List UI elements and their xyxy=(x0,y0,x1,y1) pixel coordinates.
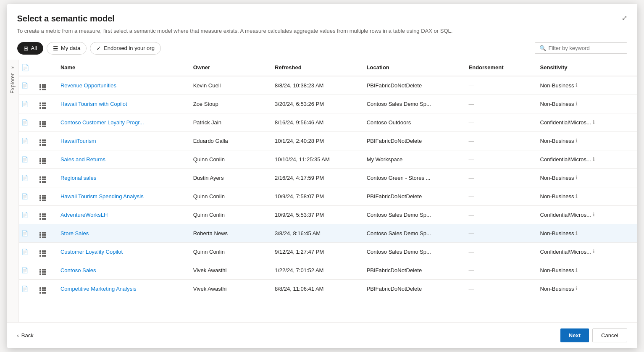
row-file-col: 📄 xyxy=(19,168,37,187)
row-name[interactable]: AdventureWorksLH xyxy=(55,205,188,224)
row-name[interactable]: Hawaii Tourism with Copilot xyxy=(55,95,188,113)
row-name[interactable]: Store Sales xyxy=(55,224,188,242)
row-file-col: 📄 xyxy=(19,95,37,113)
col-header-name[interactable]: Name xyxy=(55,60,188,76)
sensitivity-label: Confidential\Micros... xyxy=(540,212,591,218)
col-header-owner[interactable]: Owner xyxy=(188,60,270,76)
row-grid-col xyxy=(37,205,55,224)
info-icon[interactable]: ℹ xyxy=(593,212,595,218)
row-name[interactable]: Regional sales xyxy=(55,168,188,187)
back-button[interactable]: ‹ Back xyxy=(17,332,34,339)
table-row[interactable]: 📄 Competitive Marketing AnalysisVivek Aw… xyxy=(19,279,637,298)
row-sensitivity: Confidential\Micros... ℹ xyxy=(535,242,637,261)
row-location: PBIFabricDoNotDelete xyxy=(362,279,464,298)
info-icon[interactable]: ℹ xyxy=(576,138,578,144)
info-icon[interactable]: ℹ xyxy=(576,101,578,107)
col-header-file: 📄 xyxy=(19,60,37,76)
file-header-icon: 📄 xyxy=(21,64,29,71)
row-name[interactable]: Hawaii Tourism Spending Analysis xyxy=(55,187,188,205)
row-refreshed: 10/1/24, 2:40:28 PM xyxy=(270,131,362,150)
row-refreshed: 2/16/24, 4:17:59 PM xyxy=(270,168,362,187)
row-endorsement: — xyxy=(464,76,535,95)
row-grid-icon xyxy=(39,139,46,146)
row-file-icon: 📄 xyxy=(21,193,28,200)
row-name[interactable]: Contoso Sales xyxy=(55,261,188,279)
col-header-icon xyxy=(37,60,55,76)
row-refreshed: 1/22/24, 7:01:52 AM xyxy=(270,261,362,279)
select-semantic-model-dialog: Select a semantic model ⤢ To create a me… xyxy=(7,4,637,348)
info-icon[interactable]: ℹ xyxy=(576,193,578,199)
filter-endorsed-label: Endorsed in your org xyxy=(104,45,155,51)
row-file-col: 📄 xyxy=(19,113,37,131)
sidebar-label[interactable]: Explorer xyxy=(10,73,16,94)
row-name[interactable]: Competitive Marketing Analysis xyxy=(55,279,188,298)
row-sensitivity: Confidential\Micros... ℹ xyxy=(535,205,637,224)
table-row[interactable]: 📄 AdventureWorksLHQuinn Conlin10/9/24, 5… xyxy=(19,205,637,224)
filter-mydata-button[interactable]: ☰ My data xyxy=(47,42,87,55)
table-row[interactable]: 📄 Customer Loyality CopilotQuinn Conlin9… xyxy=(19,242,637,261)
row-file-icon: 📄 xyxy=(21,101,28,107)
col-header-location[interactable]: Location xyxy=(362,60,464,76)
footer-right: Next Cancel xyxy=(560,328,627,342)
table-row[interactable]: 📄 Hawaii Tourism Spending AnalysisQuinn … xyxy=(19,187,637,205)
filter-all-button[interactable]: ⊞ All xyxy=(17,42,43,55)
row-grid-col xyxy=(37,261,55,279)
row-grid-col xyxy=(37,279,55,298)
table-row[interactable]: 📄 Store SalesRoberta News3/8/24, 8:16:45… xyxy=(19,224,637,242)
row-grid-col xyxy=(37,113,55,131)
info-icon[interactable]: ℹ xyxy=(593,156,595,162)
info-icon[interactable]: ℹ xyxy=(576,286,578,292)
row-location: PBIFabricDoNotDelete xyxy=(362,76,464,95)
row-grid-icon xyxy=(39,176,46,183)
sidebar-chevron[interactable]: » xyxy=(11,65,14,70)
row-grid-col xyxy=(37,95,55,113)
row-grid-icon xyxy=(39,84,46,90)
row-name[interactable]: Sales and Returns xyxy=(55,150,188,168)
sensitivity-label: Confidential\Micros... xyxy=(540,249,591,255)
row-sensitivity: Non-Business ℹ xyxy=(535,187,637,205)
row-sensitivity: Confidential\Micros... ℹ xyxy=(535,113,637,131)
sensitivity-label: Non-Business xyxy=(540,230,574,236)
next-button[interactable]: Next xyxy=(560,328,589,342)
cancel-button[interactable]: Cancel xyxy=(592,328,627,342)
table-row[interactable]: 📄 Revenue OpportunitiesKevin Cuell8/8/24… xyxy=(19,76,637,95)
dialog-title: Select a semantic model xyxy=(17,14,115,24)
table-body: 📄 Revenue OpportunitiesKevin Cuell8/8/24… xyxy=(19,76,637,298)
info-icon[interactable]: ℹ xyxy=(576,82,578,88)
info-icon[interactable]: ℹ xyxy=(593,119,595,125)
table-row[interactable]: 📄 Sales and ReturnsQuinn Conlin10/10/24,… xyxy=(19,150,637,168)
col-header-endorsement[interactable]: Endorsement xyxy=(464,60,535,76)
row-owner: Quinn Conlin xyxy=(188,205,270,224)
table-row[interactable]: 📄 Contoso Customer Loyalty Progr...Patri… xyxy=(19,113,637,131)
table-row[interactable]: 📄 Hawaii Tourism with CopilotZoe Stoup3/… xyxy=(19,95,637,113)
expand-icon[interactable]: ⤢ xyxy=(622,14,627,22)
col-header-refreshed[interactable]: Refreshed xyxy=(270,60,362,76)
filter-endorsed-button[interactable]: ✓ Endorsed in your org xyxy=(90,42,161,55)
row-file-icon: 📄 xyxy=(21,249,28,255)
row-grid-col xyxy=(37,187,55,205)
row-name[interactable]: Revenue Opportunities xyxy=(55,76,188,95)
row-grid-icon xyxy=(39,195,46,201)
row-sensitivity: Non-Business ℹ xyxy=(535,95,637,113)
row-location: Contoso Sales Demo Sp... xyxy=(362,95,464,113)
row-location: PBIFabricDoNotDelete xyxy=(362,131,464,150)
table-row[interactable]: 📄 Contoso SalesVivek Awasthi1/22/24, 7:0… xyxy=(19,261,637,279)
info-icon[interactable]: ℹ xyxy=(576,175,578,181)
search-input[interactable] xyxy=(549,45,623,51)
table-row[interactable]: 📄 HawaiiTourismEduardo Galla10/1/24, 2:4… xyxy=(19,131,637,150)
row-name[interactable]: Contoso Customer Loyalty Progr... xyxy=(55,113,188,131)
row-endorsement: — xyxy=(464,150,535,168)
info-icon[interactable]: ℹ xyxy=(576,230,578,236)
col-header-sensitivity[interactable]: Sensitivity xyxy=(535,60,637,76)
table-row[interactable]: 📄 Regional salesDustin Ayers2/16/24, 4:1… xyxy=(19,168,637,187)
mydata-icon: ☰ xyxy=(53,45,58,52)
row-sensitivity: Non-Business ℹ xyxy=(535,131,637,150)
row-file-icon: 📄 xyxy=(21,156,28,163)
info-icon[interactable]: ℹ xyxy=(593,249,595,255)
row-grid-icon xyxy=(39,287,46,294)
info-icon[interactable]: ℹ xyxy=(576,267,578,273)
row-refreshed: 8/8/24, 10:38:23 AM xyxy=(270,76,362,95)
row-name[interactable]: HawaiiTourism xyxy=(55,131,188,150)
row-name[interactable]: Customer Loyality Copilot xyxy=(55,242,188,261)
row-sensitivity: Non-Business ℹ xyxy=(535,224,637,242)
